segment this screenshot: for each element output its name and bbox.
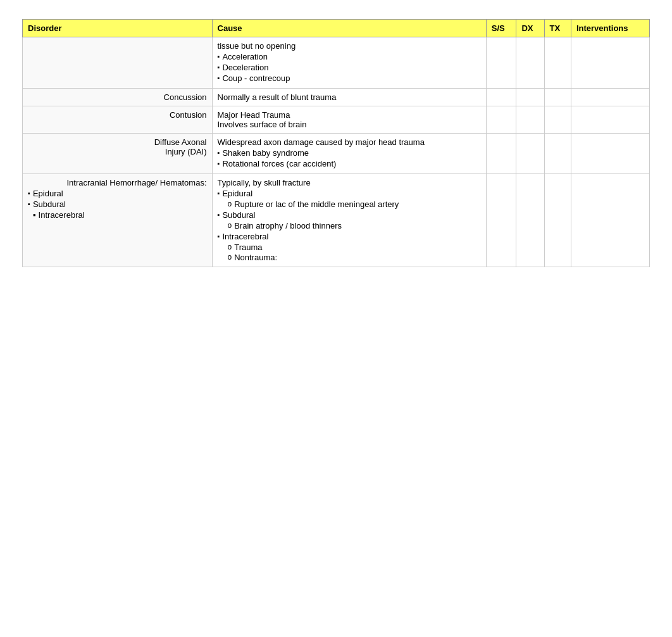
disorder-cell: Contusion (23, 106, 213, 134)
header-interventions: Interventions (571, 20, 649, 37)
ss-cell (486, 134, 516, 174)
ss-cell (486, 89, 516, 106)
header-cause: Cause (212, 20, 486, 37)
bullet-acceleration: Acceleration (218, 52, 481, 61)
cause-cell: Widespread axon damage caused by major h… (212, 134, 486, 174)
tx-cell (544, 174, 571, 267)
sub-epidural: Rupture or lac of the middle meningeal a… (228, 199, 481, 209)
disorder-cell: Intracranial Hemorrhage/ Hematomas: Epid… (23, 174, 213, 267)
bullet-intracerebral: Intracerebral (218, 232, 481, 241)
dx-cell (516, 106, 544, 134)
bullet-deceleration: Deceleration (218, 63, 481, 72)
sub-rupture: Rupture or lac of the middle meningeal a… (228, 199, 481, 209)
sub-nontrauma: Nontrauma: (228, 253, 481, 262)
disorder-subdural: Subdural (28, 199, 207, 209)
disorder-cell: Concussion (23, 89, 213, 106)
table-row: tissue but no opening Acceleration Decel… (23, 37, 650, 89)
disorder-epidural: Epidural (28, 189, 207, 198)
medical-table: Disorder Cause S/S DX TX Interventions t… (22, 19, 650, 267)
tx-cell (544, 37, 571, 89)
interventions-cell (571, 89, 649, 106)
disorder-cell (23, 37, 213, 89)
bullet-rotational: Rotational forces (car accident) (218, 159, 481, 168)
sub-brain-atrophy: Brain atrophy / blood thinners (228, 221, 481, 230)
cause-text: Normally a result of blunt trauma (218, 92, 481, 102)
table-row: Diffuse AxonalInjury (DAI) Widespread ax… (23, 134, 650, 174)
ss-cell (486, 106, 516, 134)
sub-subdural: Brain atrophy / blood thinners (228, 221, 481, 230)
dx-cell (516, 134, 544, 174)
cause-text: Involves surface of brain (218, 120, 481, 129)
cause-cell: Typically, by skull fracture Epidural Ru… (212, 174, 486, 267)
cause-cell: Major Head Trauma Involves surface of br… (212, 106, 486, 134)
tx-cell (544, 106, 571, 134)
table-wrapper: Disorder Cause S/S DX TX Interventions t… (22, 19, 650, 267)
tx-cell (544, 89, 571, 106)
cause-intro: Typically, by skull fracture (218, 178, 481, 187)
dx-cell (516, 37, 544, 89)
header-disorder: Disorder (23, 20, 213, 37)
interventions-cell (571, 174, 649, 267)
table-row: Contusion Major Head Trauma Involves sur… (23, 106, 650, 134)
sub-intracerebral: Trauma Nontrauma: (228, 243, 481, 262)
cause-cell: tissue but no opening Acceleration Decel… (212, 37, 486, 89)
cause-cell: Normally a result of blunt trauma (212, 89, 486, 106)
dx-cell (516, 174, 544, 267)
interventions-cell (571, 106, 649, 134)
tx-cell (544, 134, 571, 174)
header-tx: TX (544, 20, 571, 37)
table-row: Intracranial Hemorrhage/ Hematomas: Epid… (23, 174, 650, 267)
bullet-epidural: Epidural (218, 189, 481, 198)
interventions-cell (571, 37, 649, 89)
ss-cell (486, 37, 516, 89)
dx-cell (516, 89, 544, 106)
header-dx: DX (516, 20, 544, 37)
disorder-intracerebral: ▪Intracerebral (33, 210, 207, 220)
bullet-coup: Coup - contrecoup (218, 73, 481, 83)
bullet-subdural: Subdural (218, 210, 481, 220)
disorder-title: Intracranial Hemorrhage/ Hematomas: (28, 178, 207, 187)
bullet-shaken: Shaken baby syndrome (218, 148, 481, 158)
ss-cell (486, 174, 516, 267)
sub-trauma: Trauma (228, 243, 481, 252)
header-ss: S/S (486, 20, 516, 37)
table-row: Concussion Normally a result of blunt tr… (23, 89, 650, 106)
cause-text: Widespread axon damage caused by major h… (218, 137, 481, 147)
interventions-cell (571, 134, 649, 174)
cause-text: Major Head Trauma (218, 110, 481, 120)
cause-intro: tissue but no opening (218, 41, 481, 51)
disorder-cell: Diffuse AxonalInjury (DAI) (23, 134, 213, 174)
